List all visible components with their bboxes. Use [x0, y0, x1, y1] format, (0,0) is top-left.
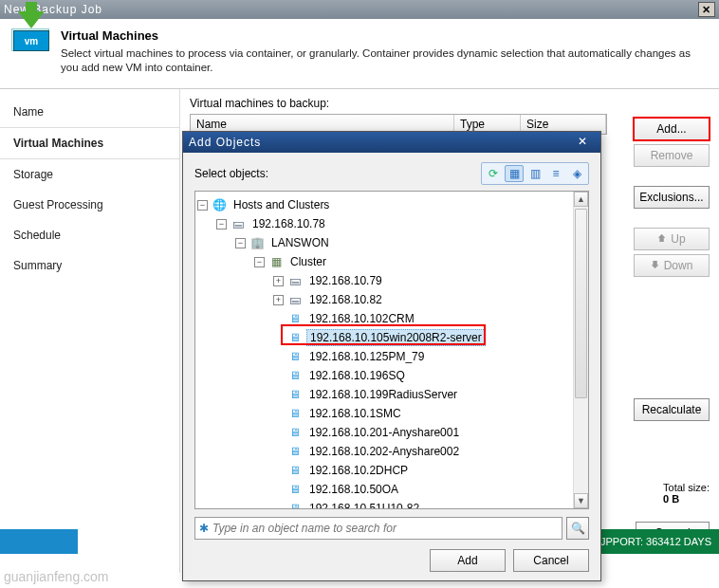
tree-vm[interactable]: 🖥192.168.10.102CRM: [197, 309, 586, 328]
add-objects-dialog: Add Objects ✕ Select objects: ⟳ ▦ ▥ ≡ ◈ …: [182, 131, 601, 581]
host-icon: 🖴: [287, 274, 303, 287]
search-input[interactable]: [212, 522, 558, 535]
tree-vm[interactable]: 🖥192.168.10.125PM_79: [197, 347, 586, 366]
select-objects-label: Select objects:: [194, 167, 481, 180]
collapse-icon[interactable]: −: [235, 238, 246, 248]
search-star-icon: ✱: [199, 522, 209, 535]
search-icon: 🔍: [571, 522, 585, 535]
search-button[interactable]: 🔍: [566, 517, 589, 540]
tree-cluster[interactable]: − ▦ Cluster: [197, 252, 586, 271]
server-icon: 🖴: [230, 217, 246, 230]
window-titlebar: New Backup Job ✕: [0, 0, 719, 19]
dialog-titlebar: Add Objects ✕: [183, 132, 600, 153]
recalculate-button[interactable]: Recalculate: [634, 398, 710, 421]
watermark: guanjianfeng.com: [4, 569, 109, 584]
tree-vm[interactable]: 🖥192.168.10.202-Anyshare002: [197, 442, 586, 461]
totals: Total size: 0 B: [663, 482, 710, 505]
support-banner: JPPORT: 363412 DAYS: [593, 529, 719, 554]
exclusions-button[interactable]: Exclusions...: [634, 186, 710, 209]
vm-icon: 🖥: [287, 388, 303, 401]
hosts-view-icon[interactable]: ▦: [505, 165, 524, 182]
tree-vm[interactable]: 🖥192.168.10.1SMC: [197, 404, 586, 423]
vm-icon: 🖥: [287, 312, 303, 325]
hosts-clusters-icon: 🌐: [212, 198, 227, 211]
refresh-icon[interactable]: ⟳: [484, 165, 503, 182]
nav-summary[interactable]: Summary: [0, 250, 179, 281]
footer-strip: [0, 529, 78, 554]
collapse-icon[interactable]: −: [197, 200, 208, 211]
wizard-header: vm Virtual Machines Select virtual machi…: [0, 19, 719, 89]
vm-icon: 🖥: [287, 464, 303, 477]
vm-icon: 🖥: [287, 426, 303, 439]
host-icon: 🖴: [287, 293, 303, 306]
tree-vm[interactable]: 🖥192.168.10.196SQ: [197, 366, 586, 385]
nav-virtual-machines[interactable]: Virtual Machines: [0, 127, 179, 159]
tree-vm[interactable]: 🖥192.168.10.105win2008R2-server: [197, 328, 586, 347]
wizard-nav: Name Virtual Machines Storage Guest Proc…: [0, 89, 180, 573]
expand-icon[interactable]: +: [273, 276, 284, 286]
tree-host-node[interactable]: + 🖴 192.168.10.82: [197, 290, 586, 309]
view-toolbar: ⟳ ▦ ▥ ≡ ◈: [481, 162, 589, 185]
nav-storage[interactable]: Storage: [0, 159, 179, 190]
vm-list-label: Virtual machines to backup:: [190, 97, 710, 110]
vms-view-icon[interactable]: ▥: [525, 165, 544, 182]
nav-schedule[interactable]: Schedule: [0, 220, 179, 250]
expand-icon[interactable]: +: [273, 295, 284, 305]
vm-icon: 🖥: [287, 502, 303, 509]
header-desc: Select virtual machines to process via c…: [61, 46, 706, 75]
tree-vm[interactable]: 🖥192.168.10.201-Anyshare001: [197, 423, 586, 442]
tree-scrollbar[interactable]: ▲ ▼: [573, 192, 588, 508]
vm-icon: 🖥: [287, 331, 303, 344]
window-close-button[interactable]: ✕: [698, 2, 715, 17]
header-title: Virtual Machines: [61, 28, 706, 43]
tree-vm[interactable]: 🖥192.168.10.2DHCP: [197, 461, 586, 480]
dialog-close-button[interactable]: ✕: [578, 135, 595, 150]
vm-icon: 🖥: [287, 483, 303, 496]
tree-host-node[interactable]: + 🖴 192.168.10.79: [197, 271, 586, 290]
tree-vm[interactable]: 🖥192.168.10.51U10-82: [197, 499, 586, 509]
add-button[interactable]: Add...: [634, 118, 710, 140]
tree-host[interactable]: − 🖴 192.168.10.78: [197, 214, 586, 233]
object-tree[interactable]: ▲ ▼ − 🌐 Hosts and Clusters − 🖴 192.168.1…: [194, 191, 589, 509]
down-button[interactable]: 🡇Down: [634, 254, 710, 277]
collapse-icon[interactable]: −: [216, 219, 227, 230]
vm-download-icon: vm: [13, 28, 49, 70]
vm-icon: 🖥: [287, 350, 303, 363]
dialog-cancel-button[interactable]: Cancel: [513, 549, 589, 572]
tree-datacenter[interactable]: − 🏢 LANSWON: [197, 233, 586, 252]
cluster-icon: ▦: [268, 255, 284, 268]
up-button[interactable]: 🡅Up: [634, 228, 710, 250]
tree-vm[interactable]: 🖥192.168.10.199RadiusServer: [197, 385, 586, 404]
tree-root[interactable]: − 🌐 Hosts and Clusters: [197, 195, 586, 214]
vm-icon: 🖥: [287, 407, 303, 420]
vm-icon: 🖥: [287, 369, 303, 382]
collapse-icon[interactable]: −: [254, 257, 265, 267]
search-box[interactable]: ✱: [194, 517, 562, 540]
datastore-view-icon[interactable]: ≡: [546, 165, 565, 182]
dialog-add-button[interactable]: Add: [430, 549, 506, 572]
tags-view-icon[interactable]: ◈: [567, 165, 586, 182]
dialog-title: Add Objects: [189, 136, 261, 149]
nav-name[interactable]: Name: [0, 97, 179, 127]
tree-vm[interactable]: 🖥192.168.10.50OA: [197, 480, 586, 499]
remove-button[interactable]: Remove: [634, 144, 710, 167]
datacenter-icon: 🏢: [249, 236, 265, 249]
nav-guest-processing[interactable]: Guest Processing: [0, 190, 179, 220]
vm-icon: 🖥: [287, 445, 303, 458]
